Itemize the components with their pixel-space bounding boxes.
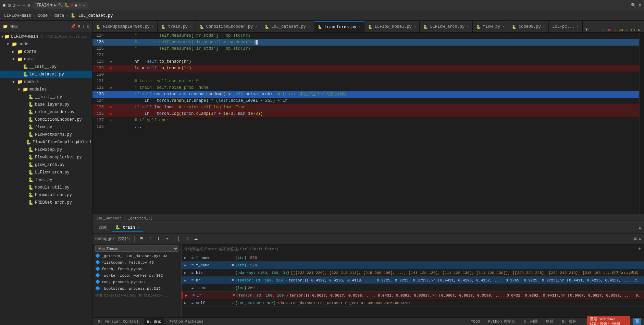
sidebar-layout-icon[interactable]: ⊞ <box>78 24 80 29</box>
call-stack-item-1[interactable]: 🔷 _getitem_, LoL_dataset.py:133 <box>92 253 181 259</box>
bottom-tab-version-control[interactable]: 9: Version Control <box>95 318 141 325</box>
editor-breadcrumb-class[interactable]: LoL_Dataset <box>97 216 122 220</box>
debug-eval-input[interactable] <box>184 247 638 251</box>
menu-icon[interactable]: ■ <box>3 3 5 8</box>
var-row-fname-1[interactable]: ▶ ≡ f_name = {str} '576' <box>182 254 644 262</box>
tree-glow-arch[interactable]: ▶ 🐍 glow_arch.py <box>0 161 92 169</box>
debug-tab-train[interactable]: 🐍 train × <box>112 224 143 232</box>
thread-main[interactable]: MainThread <box>92 244 181 253</box>
thread-selector[interactable]: MainThread <box>95 245 178 252</box>
var-row-self[interactable]: ▶ ≡ self = {LoL_Dataset: 485} <data.LoL_… <box>182 299 644 307</box>
windows-activation[interactable]: 激活 Windows转到"设置"以激激... <box>587 316 630 325</box>
run-config[interactable]: TRAIN ▼ ▶ 🔨 🐛 ■ ◉ ⚡ ⋯ <box>33 2 88 9</box>
tree-rrdb-arch[interactable]: ▶ 🐍 RRDBNet_arch.py <box>0 199 92 206</box>
more-icon[interactable]: ⋯ <box>83 3 85 8</box>
forward-icon[interactable]: → <box>23 3 25 8</box>
bottom-tab-debug[interactable]: 5: 调试 <box>144 318 164 325</box>
play-icon[interactable]: ▶ <box>54 3 57 8</box>
call-stack-item-3[interactable]: 🔷 fetch, fetch.py:49 <box>92 266 181 272</box>
tree-mod-init[interactable]: ▶ 🐍 __init__.py <box>0 93 92 101</box>
debug-btn-menu[interactable]: ≡ <box>139 235 145 242</box>
tree-confs-folder[interactable]: ▶ 📁 confs <box>0 48 92 56</box>
tree-llflow-arch[interactable]: ▶ 🐍 LLFlow_arch.py <box>0 169 92 176</box>
debug-toolbar-expand[interactable]: ⊞ <box>634 236 637 241</box>
tree-permutations[interactable]: ▶ 🐍 Permutations.py <box>0 191 92 199</box>
call-stack-item-4[interactable]: 🔷 _worker_loop, worker.py:302 <box>92 272 181 279</box>
tab-code09[interactable]: 🐍 code09.py × <box>508 21 549 32</box>
debug-add-icon[interactable]: + <box>638 246 641 252</box>
var-row-fname-2[interactable]: ▶ ≡ f_name = {str} '576' <box>182 262 644 269</box>
tab-train[interactable]: 🐍 train.py × <box>158 21 196 32</box>
tab-close-condition[interactable]: × <box>255 25 257 29</box>
debug-btn-step-into[interactable]: ⬇ <box>156 235 162 243</box>
tab-flow-upsampler[interactable]: 🐍 FlowUpsamplerNet.py × <box>92 21 158 32</box>
var-row-lr[interactable]: ▶ ≡ lr = {Tensor: (3, 160, 160)} tensor(… <box>182 292 644 299</box>
tree-data-folder[interactable]: ▼ 📁 data <box>0 56 92 63</box>
tree-color-encoder[interactable]: ▶ 🐍 color_encoder.py <box>0 108 92 116</box>
tree-base-layers[interactable]: ▶ 🐍 base_layers.py <box>0 101 92 108</box>
tree-flow[interactable]: ▶ 🐍 flow.py <box>0 123 92 131</box>
tree-flow-act-norms[interactable]: ▶ 🐍 FlowActNorms.py <box>0 131 92 139</box>
call-stack-item-6[interactable]: 🔷 _bootstrap, process.py:315 <box>92 285 181 292</box>
tree-lol-dataset-py[interactable]: ▶ 🐍 LoL_dataset.py <box>0 71 92 78</box>
stop-icon[interactable]: ■ <box>71 3 73 8</box>
tree-loss[interactable]: ▶ 🐍 loss.py <box>0 176 92 184</box>
fold-icon-128[interactable]: ◇ <box>110 59 112 65</box>
tab-lol-pc[interactable]: LOL-pc... × <box>549 21 582 32</box>
breakpoint-135[interactable]: ● <box>109 104 112 111</box>
breadcrumb-data[interactable]: data <box>54 13 64 18</box>
bottom-tab-todo[interactable]: TODO <box>468 318 483 325</box>
debug-btn-step-over[interactable]: ↷ <box>164 235 170 243</box>
tab-close-lol-pc[interactable]: × <box>577 25 579 29</box>
tree-flow-affine[interactable]: ▶ 🐍 FlowAffineCouplingAblati... <box>0 139 92 146</box>
expand-icon[interactable]: ∧ <box>637 28 640 32</box>
debug-settings-icon[interactable]: ⚙ <box>639 225 641 230</box>
tab-llflow-arch[interactable]: 🐍 LLFlow_arch.py × <box>420 21 472 32</box>
breadcrumb-file[interactable]: 🐍 LoL_dataset.py <box>71 13 113 18</box>
bookmark-icon[interactable]: ⊕ <box>27 2 30 8</box>
editor-breadcrumb-method[interactable]: _getitem_() <box>128 216 153 220</box>
breadcrumb-root[interactable]: LLFlow-main <box>4 13 31 18</box>
new-file-icon[interactable]: ⊡ <box>8 2 10 8</box>
code-area[interactable]: 124 # self.measures['hr_stds'] = np.std(… <box>92 33 644 214</box>
tab-close-flow-upsampler[interactable]: × <box>152 25 154 29</box>
tree-module-util[interactable]: ▶ 🐍 module_util.py <box>0 184 92 191</box>
debug-btn-up[interactable]: ↑ <box>147 235 153 242</box>
debug-play-icon[interactable]: 🐛 <box>64 3 70 8</box>
back-icon[interactable]: ← <box>17 3 20 8</box>
bottom-tab-problems[interactable]: 6: 问题 <box>521 318 541 325</box>
debug-toolbar-settings[interactable]: ⚙ <box>639 236 641 241</box>
tree-code-folder[interactable]: ▼ 📁 code <box>0 40 92 48</box>
tab-condition-encoder[interactable]: 🐍 ConditionEncoder.py × <box>196 21 261 32</box>
bottom-tab-python-console[interactable]: Python 控制台 <box>485 318 518 325</box>
debug-tab-debugger[interactable]: 调试 <box>95 224 110 232</box>
var-expand-lr[interactable]: ▶ <box>185 293 190 298</box>
call-stack-item-2[interactable]: 🔷 <listcomp>, fetch.py:49 <box>92 259 181 266</box>
sidebar-settings-icon[interactable]: ⚙ <box>87 24 89 29</box>
tab-transforms[interactable]: 🐍 transforms.py × <box>314 21 364 32</box>
var-row-item[interactable]: ▶ ≡ item = {int} 269 <box>182 284 644 292</box>
fold-icon-137[interactable]: ◇ <box>110 117 112 124</box>
settings-icon[interactable]: ⚙ <box>639 3 641 8</box>
tab-close-lol[interactable]: × <box>308 25 310 29</box>
tab-close-train[interactable]: × <box>190 25 192 29</box>
breadcrumb-code[interactable]: code <box>38 13 48 18</box>
profile-icon[interactable]: ⚡ <box>78 3 81 8</box>
tab-lol-dataset[interactable]: 🐍 LoL_dataset.py × <box>261 21 314 32</box>
build-icon[interactable]: 🔨 <box>58 3 63 8</box>
sidebar-pin-icon[interactable]: 📌 <box>71 24 76 29</box>
bottom-tab-services[interactable]: 8: 服务 <box>559 318 579 325</box>
bottom-tab-python-packages[interactable]: Python Packages <box>167 318 206 325</box>
var-expand-self[interactable]: ▶ <box>184 301 189 305</box>
tab-close-transforms[interactable]: × <box>358 25 361 29</box>
tab-close-code09[interactable]: × <box>543 25 545 29</box>
breakpoint-136[interactable]: ● <box>109 111 112 117</box>
tree-flow-upsampler[interactable]: ▶ 🐍 FlowUpsamplerNet.py <box>0 154 92 161</box>
tree-models-folder[interactable]: ▼ 📁 models <box>0 78 92 86</box>
debug-btn-evaluate[interactable]: ⇕ <box>185 235 190 243</box>
var-expand-his[interactable]: ▶ <box>184 271 189 275</box>
breakpoint-129[interactable]: ● <box>109 65 112 72</box>
var-expand-hr[interactable]: ▶ <box>184 278 189 282</box>
tree-init-py[interactable]: ▶ 🐍 __init__.py <box>0 63 92 71</box>
sidebar-sort-icon[interactable]: ↕ <box>83 24 85 29</box>
